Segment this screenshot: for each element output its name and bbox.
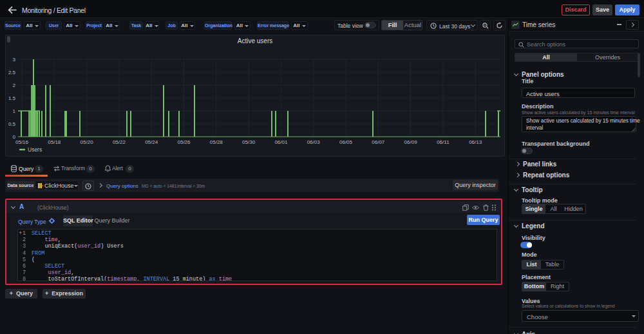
svg-text:1.5: 1.5 <box>8 95 16 101</box>
svg-text:06/07: 06/07 <box>372 139 385 145</box>
svg-text:05/20: 05/20 <box>80 139 94 145</box>
svg-text:2.5: 2.5 <box>8 70 16 75</box>
svg-text:1: 1 <box>13 108 16 114</box>
svg-text:05/26: 05/26 <box>177 139 191 145</box>
svg-text:0.5: 0.5 <box>8 121 16 127</box>
svg-text:05/24: 05/24 <box>145 139 158 145</box>
svg-text:2: 2 <box>13 83 16 88</box>
svg-text:05/16: 05/16 <box>15 139 29 145</box>
svg-text:06/13: 06/13 <box>469 139 482 145</box>
svg-text:06/05: 06/05 <box>339 139 353 145</box>
svg-text:06/03: 06/03 <box>307 139 321 145</box>
svg-text:Users: Users <box>28 146 42 153</box>
svg-text:05/30: 05/30 <box>242 139 256 145</box>
svg-text:3: 3 <box>13 57 16 63</box>
svg-text:05/28: 05/28 <box>210 139 223 145</box>
svg-text:06/01: 06/01 <box>274 139 288 145</box>
svg-text:06/09: 06/09 <box>404 139 418 145</box>
svg-text:06/11: 06/11 <box>437 139 450 145</box>
svg-text:05/18: 05/18 <box>48 139 61 145</box>
svg-text:05/22: 05/22 <box>113 139 126 145</box>
